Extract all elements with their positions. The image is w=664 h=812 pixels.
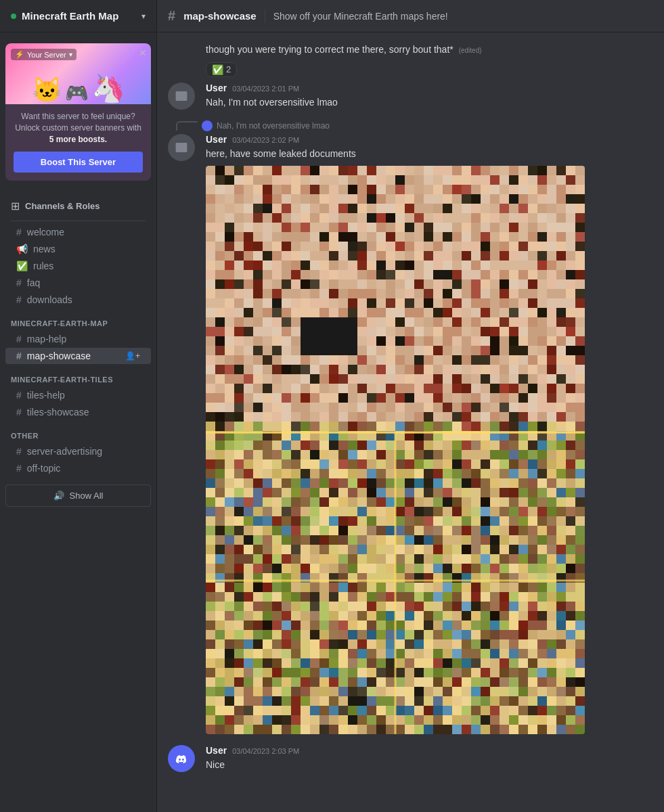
sidebar-content: ✕ ⚡ Your Server ▾ 🐱 🎮 🦄 Want this server… (0, 32, 156, 812)
boost-description: Want this server to feel unique? Unlock … (14, 111, 143, 145)
megaphone-icon: 📢 (16, 244, 28, 254)
channel-header: # map-showcase Show off your Minecraft E… (157, 0, 664, 32)
username: User (206, 745, 227, 756)
sidebar-item-rules[interactable]: ✅ rules (5, 258, 151, 274)
hash-icon: # (16, 463, 22, 474)
hash-icon: # (16, 351, 22, 361)
hash-icon: # (16, 277, 22, 288)
reaction-checkmark[interactable]: ✅ 2 (206, 62, 237, 77)
message-meta: User 03/04/2023 2:01 PM (206, 83, 653, 93)
message-text: Nah, I'm not oversensitive lmao (206, 96, 653, 110)
server-header[interactable]: Minecraft Earth Map ▾ (0, 0, 156, 32)
avatar (168, 745, 195, 772)
messages-area: though you were trying to correct me the… (157, 32, 664, 812)
channel-description: Show off your Minecraft Earth maps here! (273, 11, 448, 22)
show-all-button[interactable]: 🔊 Show All (5, 484, 151, 507)
hash-icon: # (16, 390, 22, 401)
hash-icon: # (16, 407, 22, 418)
server-status-dot (11, 14, 16, 19)
username: User (206, 83, 227, 93)
hash-icon: # (16, 446, 22, 457)
avatar (168, 134, 195, 161)
sidebar-item-downloads[interactable]: # downloads (5, 292, 151, 308)
reply-mini-avatar (202, 120, 213, 131)
channels-roles-label: Channels & Roles (25, 201, 100, 211)
reply-preview-text: Nah, I'm not oversensitive lmao (217, 121, 330, 131)
sidebar-item-off-topic[interactable]: # off-topic (5, 460, 151, 476)
sidebar-item-tiles-help[interactable]: # tiles-help (5, 387, 151, 403)
avatar (168, 83, 195, 110)
channel-name-heading: map-showcase (183, 10, 257, 22)
chevron-down-icon: ▾ (141, 12, 146, 21)
boost-card-body: Want this server to feel unique? Unlock … (5, 104, 151, 181)
sidebar-item-map-help[interactable]: # map-help (5, 331, 151, 347)
sidebar-item-map-showcase[interactable]: # map-showcase 👤+ (5, 348, 151, 364)
boost-icon: ⚡ (15, 50, 24, 59)
message-continuation-1: though you were trying to correct me the… (168, 43, 653, 77)
hash-icon: # (16, 227, 22, 238)
sidebar-item-tiles-showcase[interactable]: # tiles-showcase (5, 404, 151, 420)
message-text: Nice (206, 759, 653, 772)
timestamp: 03/04/2023 2:01 PM (232, 85, 299, 93)
message-content: User 03/04/2023 2:01 PM Nah, I'm not ove… (206, 83, 653, 110)
add-user-icon: 👤+ (125, 351, 140, 361)
timestamp: 03/04/2023 2:03 PM (232, 747, 299, 755)
channel-hash-icon: # (168, 8, 175, 24)
message-row-3: User 03/04/2023 2:02 PM here, have some … (168, 134, 653, 735)
timestamp: 03/04/2023 2:02 PM (232, 136, 299, 144)
checkmark-icon: ✅ (212, 64, 223, 75)
main-content: # map-showcase Show off your Minecraft E… (157, 0, 664, 812)
divider (11, 221, 146, 221)
category-minecraft-earth-map[interactable]: MINECRAFT-EARTH-MAP (0, 309, 156, 330)
message-group-4: User 03/04/2023 2:03 PM Nice (168, 745, 653, 772)
sidebar-item-news[interactable]: 📢 news (5, 241, 151, 257)
sidebar-item-server-advertising[interactable]: # server-advertising (5, 443, 151, 459)
sidebar-item-faq[interactable]: # faq (5, 275, 151, 291)
boost-card: ✕ ⚡ Your Server ▾ 🐱 🎮 🦄 Want this server… (5, 43, 151, 181)
header-divider (265, 9, 265, 23)
category-other[interactable]: OTHER (0, 421, 156, 443)
banner-chevron-icon: ▾ (69, 51, 72, 58)
message-image[interactable] (206, 166, 598, 734)
edited-tag: (edited) (459, 47, 482, 54)
username: User (206, 134, 227, 145)
svg-rect-1 (176, 91, 187, 101)
speaker-icon: 🔊 (53, 491, 64, 501)
banner-label: ⚡ Your Server ▾ (11, 49, 76, 60)
boost-banner: ⚡ Your Server ▾ 🐱 🎮 🦄 (5, 43, 151, 104)
channels-roles-section: ⊞ Channels & Roles (0, 189, 156, 218)
checkmark-icon: ✅ (16, 261, 28, 271)
category-minecraft-earth-tiles[interactable]: MINECRAFT-EARTH-TILES (0, 365, 156, 386)
close-icon[interactable]: ✕ (139, 47, 147, 58)
message-group-3: Nah, I'm not oversensitive lmao User 03/… (168, 120, 653, 735)
message-content: User 03/04/2023 2:02 PM here, have some … (206, 134, 653, 735)
message-meta: User 03/04/2023 2:03 PM (206, 745, 653, 756)
message-content: User 03/04/2023 2:03 PM Nice (206, 745, 653, 772)
message-meta: User 03/04/2023 2:02 PM (206, 134, 653, 145)
sidebar-item-welcome[interactable]: # welcome (5, 224, 151, 240)
channels-roles-icon: ⊞ (11, 200, 20, 212)
hash-icon: # (16, 334, 22, 344)
show-all-label: Show All (70, 491, 104, 501)
general-channels: # welcome 📢 news ✅ rules # faq # downloa… (0, 224, 156, 308)
boost-this-server-button[interactable]: Boost This Server (14, 152, 143, 173)
hash-icon: # (16, 294, 22, 305)
message-text: though you were trying to correct me the… (206, 44, 482, 55)
svg-rect-4 (176, 143, 187, 152)
message-text: here, have some leaked documents (206, 148, 653, 161)
server-name: Minecraft Earth Map (22, 10, 141, 22)
svg-point-2 (202, 121, 212, 131)
sidebar: Minecraft Earth Map ▾ ✕ ⚡ Your Server ▾ … (0, 0, 157, 812)
reaction-count: 2 (226, 64, 231, 74)
message-group-2: User 03/04/2023 2:01 PM Nah, I'm not ove… (168, 83, 653, 110)
